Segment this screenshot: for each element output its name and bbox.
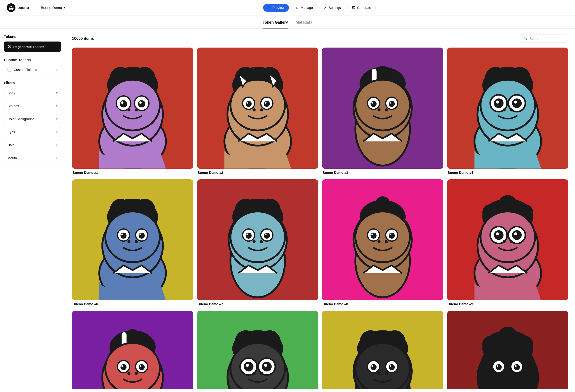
svg-point-166 [385,372,388,375]
svg-point-133 [139,364,145,370]
svg-point-48 [371,102,373,104]
image-icon: 🖼 [352,6,355,10]
svg-point-107 [385,240,388,243]
filter-hair[interactable]: Hair ▾ [4,140,61,150]
svg-point-181 [510,372,513,375]
svg-point-114 [480,211,535,262]
custom-tokens-box[interactable]: Custom Tokens 1 [4,65,61,75]
svg-point-164 [390,365,392,367]
filter-mouth[interactable]: Mouth ▾ [4,153,61,163]
svg-point-6 [8,6,10,7]
svg-point-17 [138,100,145,108]
svg-point-149 [246,364,249,367]
project-name: Bueno Demo [41,5,62,10]
main-layout: Tokens ✕ Regenerate Tokens Custom Tokens… [0,29,575,389]
nav-preview-button[interactable]: ⊞ Preview [263,4,289,12]
svg-point-27 [230,80,285,131]
regen-label: Regenerate Tokens [13,45,44,49]
nav-manage-button[interactable]: ☺ Manage [291,4,317,12]
gallery-item[interactable]: Bueno Demo #11 [72,311,193,389]
svg-point-121 [514,232,517,235]
svg-point-92 [264,233,266,235]
tokens-section-title: Tokens [4,35,61,39]
token-image [197,47,318,169]
filter-clothes[interactable]: Clothes ▾ [4,101,61,111]
svg-point-89 [245,232,252,239]
gallery-item[interactable]: Bueno Demo #1 [72,47,193,175]
custom-tokens-label: Custom Tokens [14,68,37,72]
svg-point-77 [121,233,123,235]
svg-point-102 [371,232,377,239]
token-label: Bueno Demo #3 [322,169,443,175]
svg-point-123 [510,240,513,243]
main-content: 10000 items 🔍 Bueno Demo #1 Bueno Demo #… [65,29,575,389]
token-image [447,179,569,301]
svg-point-34 [246,102,248,104]
svg-point-76 [139,232,145,239]
svg-point-37 [260,108,263,111]
tab-token-gallery[interactable]: Token Gallery [263,20,288,28]
svg-point-64 [514,100,517,104]
nav-generate-button[interactable]: 🖼 Generate [347,4,376,12]
svg-point-33 [264,101,270,107]
svg-point-161 [371,364,377,370]
svg-point-180 [503,372,506,375]
gallery-item[interactable]: Bueno Demo #3 [322,47,443,175]
gallery-item[interactable]: Bueno Demo #4 [447,47,569,175]
gallery-grid: Bueno Demo #1 Bueno Demo #2 Bueno Demo #… [72,47,568,389]
regen-icon: ✕ [8,44,11,49]
token-image [447,47,569,169]
svg-point-61 [494,98,503,108]
svg-point-137 [135,372,138,375]
custom-tokens-count: 1 [56,68,57,72]
filter-hair-label: Hair [7,143,14,147]
token-image [72,311,193,389]
filters-title: Filters [4,81,61,85]
token-label: Bueno Demo #8 [322,300,443,307]
svg-point-36 [252,108,256,111]
svg-point-178 [497,365,498,367]
nav-settings-label: Settings [329,6,341,10]
nav-manage-label: Manage [301,6,313,10]
gallery-item[interactable]: Bueno Demo #13 [322,311,443,389]
nav-center: ⊞ Preview ☺ Manage ✕ Settings 🖼 Generate [71,4,568,12]
svg-point-46 [371,101,377,107]
filter-eyes[interactable]: Eyes ▾ [4,127,61,137]
token-image [322,179,443,301]
svg-point-176 [496,364,502,370]
bueno-logo-icon [7,3,15,12]
svg-point-119 [512,230,522,240]
svg-point-43 [355,80,410,131]
svg-point-93 [252,240,256,243]
custom-tokens-checkbox[interactable] [7,68,11,72]
svg-point-106 [377,240,381,243]
filter-body[interactable]: Body ▾ [4,88,61,98]
chevron-color-background-icon: ▾ [56,117,57,121]
svg-point-79 [127,240,130,243]
filter-color-background[interactable]: Color Background ▾ [4,114,61,124]
gallery-item[interactable]: Bueno Demo #12 [197,311,318,389]
svg-point-151 [252,372,256,375]
gallery-item[interactable]: Bueno Demo #9 [447,179,569,307]
nav-settings-button[interactable]: ✕ Settings [319,4,345,12]
gallery-item[interactable]: Bueno Demo #6 [72,179,193,307]
svg-point-132 [120,364,127,370]
gallery-item[interactable]: Bueno Demo #7 [197,179,318,307]
gallery-item[interactable]: Bueno Demo #14 [447,311,569,389]
gallery-item[interactable]: Bueno Demo #8 [322,179,443,307]
tab-metadata[interactable]: Metadata [296,20,312,28]
token-image [72,47,193,169]
svg-point-86 [230,211,285,262]
project-selector[interactable]: Bueno Demo ▾ [39,5,67,11]
svg-point-4 [10,7,10,7]
token-label: Bueno Demo #7 [197,300,318,307]
filters-section: Filters Body ▾ Clothes ▾ Color Backgroun… [4,81,61,163]
search-box[interactable]: 🔍 [520,35,568,43]
regenerate-tokens-button[interactable]: ✕ Regenerate Tokens [4,42,61,52]
search-input[interactable] [529,37,565,41]
gallery-item[interactable]: Bueno Demo #2 [197,47,318,175]
custom-tokens-left: Custom Tokens [7,68,37,72]
filter-body-label: Body [7,91,15,95]
token-image [72,179,193,301]
sidebar: Tokens ✕ Regenerate Tokens Custom Tokens… [0,29,65,389]
